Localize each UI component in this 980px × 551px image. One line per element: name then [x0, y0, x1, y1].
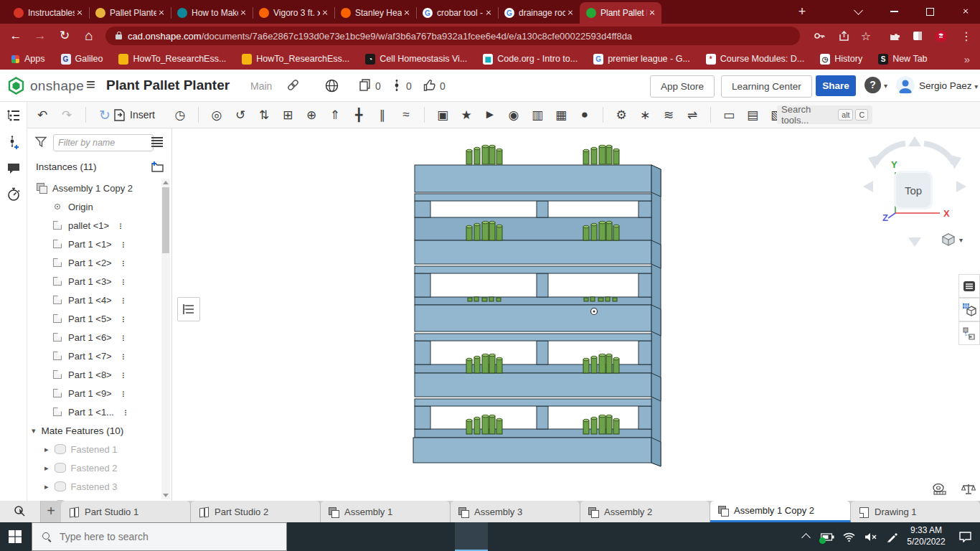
- volume-muted-icon[interactable]: [859, 522, 881, 551]
- workspace-name[interactable]: Main: [250, 80, 272, 92]
- tape-measure-icon[interactable]: [930, 481, 949, 497]
- user-avatar[interactable]: [896, 76, 915, 95]
- display-states-icon[interactable]: ●: [575, 105, 594, 124]
- fastened-mate-icon[interactable]: ╋: [349, 105, 368, 124]
- filter-by-name-input[interactable]: [53, 134, 154, 151]
- tab-vigoro[interactable]: Vigoro 3 ft. x: [253, 2, 334, 24]
- mass-properties-scale-icon[interactable]: [959, 481, 978, 497]
- tree-item-part-1-2[interactable]: Part 1 <2> ⁝: [27, 253, 162, 272]
- tab-plant-pallet-planter[interactable]: Plant Pallet Pl: [580, 2, 661, 24]
- panel-scrollbar[interactable]: [161, 179, 170, 499]
- app-store-button[interactable]: App Store: [650, 75, 715, 98]
- bookmark-galileo[interactable]: G Galileo: [61, 54, 103, 65]
- tab-crobar-tool[interactable]: G crobar tool -: [416, 2, 498, 24]
- tree-item-assembly-1-copy-2[interactable]: Assembly 1 Copy 2 ⁝: [27, 179, 162, 197]
- tab-close-icon[interactable]: [75, 8, 85, 18]
- browser-menu-kebab-icon[interactable]: ⋮: [957, 27, 976, 44]
- mate-connector-dots-icon[interactable]: ⁝: [122, 369, 125, 380]
- taskbar-search-box[interactable]: [32, 522, 287, 551]
- view-options-button[interactable]: ▾: [941, 232, 963, 247]
- liverpool-extension-icon[interactable]: [931, 27, 950, 44]
- wifi-icon[interactable]: [838, 522, 859, 551]
- taskbar-clock[interactable]: 9:33 AM 5/20/2022: [903, 525, 950, 547]
- tab-close-icon[interactable]: [484, 8, 494, 18]
- tree-item-pallet-1[interactable]: pallet <1> ⁝: [27, 216, 162, 235]
- belt-relation-icon[interactable]: ⇌: [683, 105, 702, 124]
- microsoft-store-button[interactable]: [422, 522, 455, 551]
- doc-tab-part-studio-2[interactable]: Part Studio 2: [191, 501, 321, 522]
- task-view-button[interactable]: [323, 522, 356, 551]
- tree-item-part-1-9[interactable]: Part 1 <9> ⁝: [27, 384, 162, 402]
- origin-marker[interactable]: [591, 309, 598, 315]
- link-icon[interactable]: [287, 79, 299, 94]
- search-tools-field[interactable]: Search tools... alt C: [777, 105, 872, 124]
- lock-icon[interactable]: [116, 34, 122, 39]
- tray-chevron-up-icon[interactable]: [795, 522, 816, 551]
- bookmark-premier-league[interactable]: G premier league - G...: [593, 54, 690, 65]
- cortana-button[interactable]: [290, 522, 323, 551]
- doc-tab-assembly-3[interactable]: Assembly 3: [451, 501, 580, 522]
- mate-connector-dots-icon[interactable]: ⁝: [122, 276, 125, 287]
- tab-close-icon[interactable]: [156, 8, 166, 18]
- mate-connector-dots-icon[interactable]: ⁝: [122, 314, 125, 324]
- insert-button[interactable]: Insert: [113, 105, 155, 124]
- tangent-relation-icon[interactable]: ≈: [397, 105, 415, 124]
- collaborate-icon[interactable]: ◉: [504, 105, 523, 124]
- tab-how-to-make[interactable]: How to Make: [171, 2, 253, 24]
- mate-connector-icon[interactable]: ◎: [207, 105, 226, 124]
- pen-icon[interactable]: [881, 522, 903, 551]
- help-caret-icon[interactable]: ▾: [884, 82, 887, 90]
- mate-connector-dots-icon[interactable]: ⁝: [122, 258, 125, 268]
- doc-tab-assembly-2[interactable]: Assembly 2: [580, 501, 710, 522]
- feature-list-flyout-icon[interactable]: [958, 274, 980, 298]
- tab-close-icon[interactable]: [238, 8, 248, 18]
- bookmark-code-org[interactable]: ▦ Code.org - Intro to...: [483, 54, 578, 65]
- window-minimize-button[interactable]: [880, 0, 908, 23]
- exploded-view-icon[interactable]: ▭: [720, 105, 738, 124]
- view-cube-top-face[interactable]: Top: [894, 171, 933, 209]
- user-name[interactable]: Sergio Paez ▾: [919, 80, 978, 91]
- filter-funnel-icon[interactable]: [34, 136, 47, 151]
- mate-connector-dots-icon[interactable]: ⁝: [122, 332, 125, 343]
- bookmark-history[interactable]: ◷ History: [820, 54, 862, 65]
- back-button[interactable]: ←: [6, 26, 26, 46]
- edge-button[interactable]: [356, 522, 389, 551]
- bookmark-new-tab[interactable]: S New Tab: [878, 54, 927, 65]
- learning-center-button[interactable]: Learning Center: [721, 75, 812, 98]
- rack-pinion-relation-icon[interactable]: ∗: [636, 105, 654, 124]
- tree-item-part-1-8[interactable]: Part 1 <8> ⁝: [27, 365, 162, 384]
- cylindrical-mate-icon[interactable]: ⇅: [255, 105, 273, 124]
- tree-item-part-1-10[interactable]: Part 1 <1... ⁝: [27, 402, 162, 421]
- mate-feature-fastened-2[interactable]: ▸ Fastened 2: [27, 458, 162, 477]
- battery-icon[interactable]: [816, 522, 838, 551]
- pattern-icon[interactable]: ▦: [552, 105, 570, 124]
- mate-features-header[interactable]: ▾ Mate Features (10): [27, 421, 162, 440]
- mate-connector-dots-icon[interactable]: ⁝: [122, 351, 125, 362]
- update-linked-documents-icon[interactable]: ↻: [95, 105, 114, 124]
- redo-icon[interactable]: ↷: [57, 105, 76, 124]
- bookmark-course-modules[interactable]: * Course Modules: D...: [706, 54, 804, 65]
- tree-item-part-1-3[interactable]: Part 1 <3> ⁝: [27, 272, 162, 291]
- revert-timeline-icon[interactable]: ◷: [171, 105, 189, 124]
- like-thumb-icon[interactable]: [423, 79, 436, 95]
- versions-icon[interactable]: [394, 79, 400, 95]
- onshape-logo[interactable]: onshape: [7, 77, 84, 95]
- tree-item-part-1-7[interactable]: Part 1 <7> ⁝: [27, 347, 162, 365]
- tab-pallet-planter[interactable]: Pallet Planter: [89, 2, 171, 24]
- features-panel-handle[interactable]: [177, 297, 200, 321]
- tree-item-part-1-4[interactable]: Part 1 <4> ⁝: [27, 291, 162, 309]
- tab-close-icon[interactable]: [320, 8, 330, 18]
- password-key-icon[interactable]: [810, 27, 829, 44]
- bookmark-apps[interactable]: Apps: [10, 54, 45, 65]
- tree-item-origin[interactable]: Origin ⁝: [27, 197, 162, 216]
- pin-slot-mate-icon[interactable]: ⇑: [326, 105, 344, 124]
- mate-connector-dots-icon[interactable]: ⁝: [122, 295, 125, 306]
- mate-feature-fastened-1[interactable]: ▸ Fastened 1: [27, 440, 162, 458]
- add-instance-icon[interactable]: [151, 160, 165, 176]
- gear-relation-icon[interactable]: ⚙: [612, 105, 631, 124]
- tree-item-part-1-1[interactable]: Part 1 <1> ⁝: [27, 235, 162, 253]
- doc-tab-drawing-1[interactable]: Drawing 1: [851, 501, 980, 522]
- tree-item-part-1-6[interactable]: Part 1 <6> ⁝: [27, 328, 162, 347]
- instance-list-toggle-icon[interactable]: [0, 102, 27, 128]
- doc-tab-assembly-1[interactable]: Assembly 1: [321, 501, 451, 522]
